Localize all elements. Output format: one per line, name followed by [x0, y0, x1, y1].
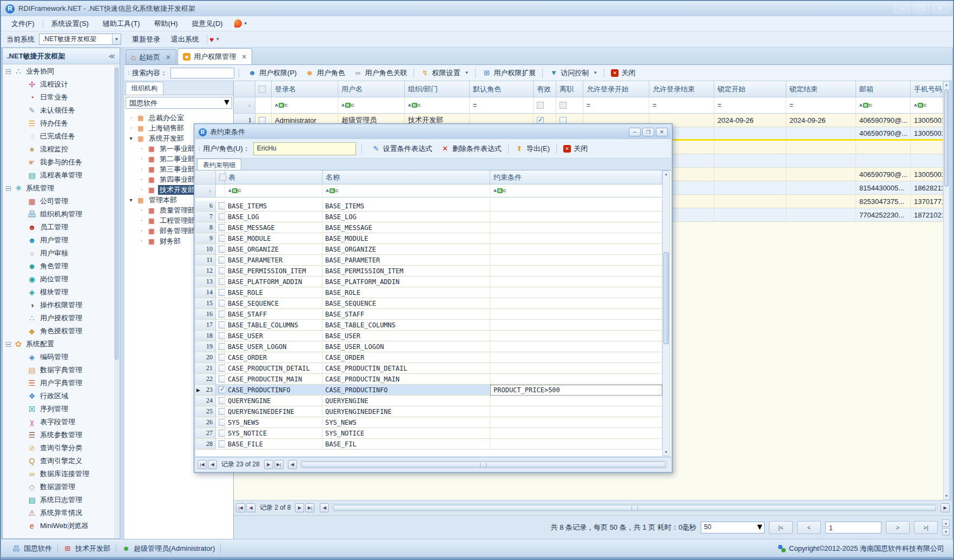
row-checkbox[interactable] — [219, 267, 225, 274]
sidebar-item[interactable]: ▦公司管理 — [3, 195, 114, 208]
sidebar-item[interactable]: ☻用户管理 — [3, 234, 114, 247]
constraint-grid-row[interactable]: 25QUERYENGINEDEFINEQUERYENGINEDEFINE — [195, 406, 671, 417]
constraint-grid-row[interactable]: 15BASE_SEQUENCEBASE_SEQUENCE — [195, 298, 671, 309]
hscroll-left-button[interactable]: ◀ — [288, 460, 297, 469]
collapse-toggle-icon[interactable] — [6, 186, 11, 191]
constraint-grid-row[interactable]: 23▶CASE_PRODUCTINFOCASE_PRODUCTINFOPRODU… — [195, 385, 671, 396]
row-checkbox[interactable] — [219, 354, 225, 361]
menu-item[interactable]: 帮助(H) — [147, 17, 185, 31]
pager-spinner[interactable]: ▲▼ — [942, 519, 950, 536]
collapse-toggle-icon[interactable] — [6, 342, 11, 347]
row-checkbox[interactable] — [219, 397, 225, 404]
row-checkbox[interactable] — [219, 365, 225, 372]
column-header-lockStart[interactable]: 锁定开始 — [714, 81, 786, 97]
row-checkbox[interactable] — [219, 321, 225, 328]
row-checkbox[interactable] — [219, 224, 225, 231]
row-checkbox[interactable] — [219, 343, 225, 350]
feedback-icon[interactable] — [234, 19, 242, 28]
column-header-email[interactable]: 邮箱 — [856, 81, 911, 97]
menu-item[interactable]: 提意见(D) — [185, 17, 230, 31]
constraint-grid-row[interactable]: 18BASE_USERBASE_USER — [195, 331, 671, 341]
column-header-name[interactable]: 名称 — [323, 170, 490, 185]
column-header-loginEnd[interactable]: 允许登录结束 — [649, 81, 714, 97]
sidebar-item[interactable]: 品组织机构管理 — [3, 208, 114, 221]
hscroll-right-button[interactable]: ▶ — [940, 503, 950, 512]
column-header-org[interactable]: 组织/部门 — [405, 81, 470, 97]
constraint-grid-row[interactable]: 19BASE_USER_LOGONBASE_USER_LOGON — [195, 341, 671, 352]
column-header-quit[interactable]: 离职 — [556, 81, 583, 97]
cell-checkbox[interactable] — [537, 117, 544, 124]
chevron-down-icon[interactable]: ▼ — [215, 37, 220, 42]
column-header-user[interactable]: 用户名 — [338, 81, 405, 97]
filter-cell-org[interactable]: ABC — [405, 97, 470, 114]
sidebar-group[interactable]: ✳系统管理 — [3, 182, 114, 195]
dialog-toolbar-button-3[interactable]: ⬆导出(E) — [511, 142, 554, 155]
sidebar-group[interactable]: ✿系统配置 — [3, 338, 114, 351]
sidebar-item[interactable]: ☰待办任务 — [3, 117, 114, 130]
sidebar-item[interactable]: ∴用户授权管理 — [3, 312, 114, 325]
constraint-grid-row[interactable]: 14BASE_ROLEBASE_ROLE — [195, 287, 671, 298]
sidebar-item[interactable]: ★流程监控 — [3, 143, 114, 156]
row-checkbox[interactable] — [259, 117, 266, 124]
minimize-button[interactable]: ─ — [893, 4, 910, 14]
tab-constraint-detail[interactable]: 表约束明细 — [197, 159, 241, 170]
hscroll-left-button[interactable]: ◀ — [320, 503, 329, 512]
filter-cell-phone[interactable]: ABC — [911, 97, 943, 114]
toolbar-button-2[interactable]: ☻用户角色 — [301, 67, 349, 80]
chevron-down-icon[interactable]: ▼ — [244, 21, 248, 26]
constraint-grid-row[interactable]: 8BASE_MESSAGEBASE_MESSAGE — [195, 222, 671, 233]
page-number-input[interactable]: 1 — [825, 522, 881, 533]
sidebar-item[interactable]: ◇数据源管理 — [3, 480, 114, 493]
constraint-grid-row[interactable]: 9BASE_MODULEBASE_MODULE — [195, 233, 671, 244]
record-first-button[interactable]: |◀ — [236, 503, 245, 512]
node-expanded-icon[interactable]: ▾ — [128, 197, 134, 203]
record-prev-button[interactable]: ◀ — [246, 503, 255, 512]
checkbox-filter-icon[interactable] — [537, 102, 544, 109]
constraint-grid-row[interactable]: 16BASE_STAFFBASE_STAFF — [195, 309, 671, 320]
constraint-grid-row[interactable]: 13BASE_PLATFORM_ADDINBASE_PLATFORM_ADDIN — [195, 276, 671, 287]
menu-item[interactable]: 文件(F) — [4, 17, 42, 31]
menu-item[interactable]: 系统设置(S) — [44, 17, 96, 31]
constraint-grid-row[interactable]: 26SYS_NEWSSYS_NEWS — [195, 417, 671, 428]
dialog-title-bar[interactable]: R 表约束条件 ─ ❐ ✕ — [195, 125, 671, 139]
sidebar-item[interactable]: ☻角色管理 — [3, 260, 114, 273]
tab-organization[interactable]: 组织机构 — [126, 82, 163, 95]
sidebar-item[interactable]: χ表字段管理 — [3, 416, 114, 429]
row-checkbox[interactable] — [219, 419, 225, 426]
tab-user-permission[interactable]: ☻用户权限管理✕ — [177, 48, 252, 64]
sidebar-item[interactable]: ☒序列管理 — [3, 403, 114, 416]
sidebar-scrollbar[interactable] — [114, 65, 119, 538]
dialog-grid-hscrollbar[interactable] — [300, 460, 667, 469]
sidebar-item[interactable]: Q查询引擎定义 — [3, 454, 114, 467]
sidebar-item[interactable]: ◈模块管理 — [3, 286, 114, 299]
sidebar-item[interactable]: ◑操作权限管理 — [3, 299, 114, 312]
menu-item[interactable]: 辅助工具(T) — [96, 17, 147, 31]
sidebar-item[interactable]: ▤系统日志管理 — [3, 493, 114, 506]
constraint-grid-row[interactable]: 24QUERYENGINEQUERYENGINE — [195, 396, 671, 406]
toolbar-button-1[interactable]: ☻用户权限(P) — [244, 67, 301, 80]
sidebar-item[interactable]: eMiniWeb浏览器 — [3, 519, 114, 532]
search-input[interactable] — [170, 68, 234, 78]
column-header-check[interactable] — [255, 81, 272, 97]
filter-cell-quit[interactable] — [556, 97, 583, 114]
chevron-down-icon[interactable]: ▼ — [222, 97, 232, 108]
sidebar-item[interactable]: ▤流程表单管理 — [3, 169, 114, 182]
sidebar-item[interactable]: ☻员工管理 — [3, 221, 114, 234]
filter-cell-name[interactable]: ABC — [323, 185, 490, 197]
constraint-grid-row[interactable]: 22CASE_PRODUCTIN_MAINCASE_PRODUCTIN_MAIN — [195, 374, 671, 385]
user-grid-vscrollbar[interactable]: ▲ ▼ — [943, 81, 950, 500]
record-last-button[interactable]: ▶| — [274, 460, 284, 469]
row-checkbox[interactable] — [219, 332, 225, 339]
constraint-grid-row[interactable]: 27SYS_NOTICESYS_NOTICE — [195, 428, 671, 439]
organization-combo[interactable]: 国思软件 ▼ — [126, 97, 232, 109]
user-grid-hscrollbar[interactable] — [332, 504, 938, 512]
dialog-toolbar-button-4[interactable]: ✕关闭 — [559, 142, 592, 155]
row-checkbox[interactable] — [219, 202, 225, 209]
filter-cell-login[interactable]: ABC — [272, 97, 338, 114]
sidebar-item[interactable]: ⊘查询引擎分类 — [3, 442, 114, 454]
record-next-button[interactable]: ▶ — [295, 503, 304, 512]
sidebar-item[interactable]: ∞数据库连接管理 — [3, 467, 114, 480]
column-header-condition[interactable]: 约束条件 — [490, 170, 662, 185]
column-header-num[interactable] — [234, 81, 255, 97]
row-checkbox[interactable] — [219, 386, 225, 393]
